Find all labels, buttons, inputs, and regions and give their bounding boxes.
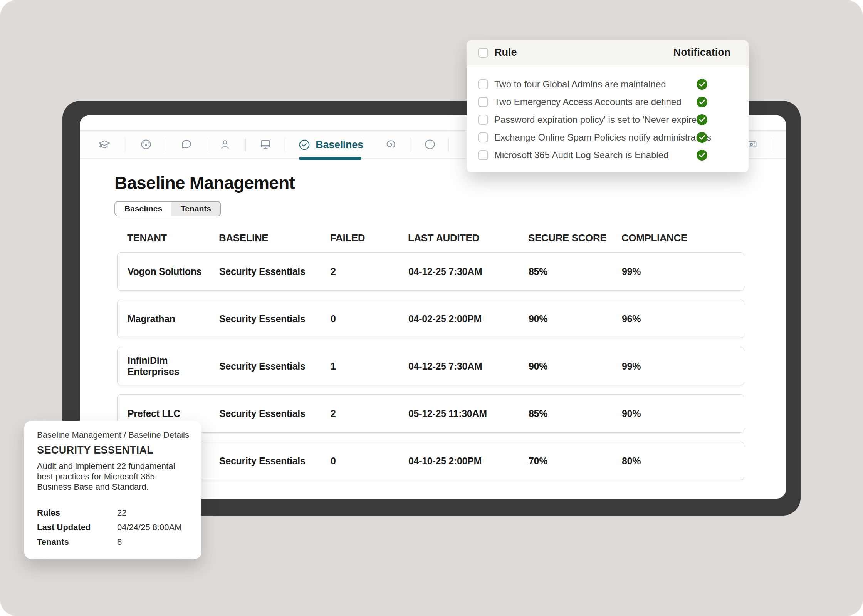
cell-tenant: InfiniDim Enterprises	[128, 355, 219, 377]
nav-separator	[361, 138, 361, 152]
nav-item-academy[interactable]	[96, 136, 113, 153]
rule-row: Microsoft 365 Audit Log Search is Enable…	[467, 146, 749, 164]
cell-failed: 0	[331, 455, 408, 467]
check-icon	[699, 100, 705, 104]
notification-cell	[665, 97, 739, 107]
nav-item-alerts[interactable]	[421, 136, 438, 153]
rule-column-label: Rule	[494, 47, 517, 59]
cell-last-audited: 04-12-25 7:30AM	[408, 266, 529, 277]
breadcrumb[interactable]: Baseline Management / Baseline Details	[37, 430, 189, 440]
cell-compliance: 80%	[622, 455, 744, 467]
col-tenant: TENANT	[127, 232, 219, 244]
cell-baseline: Security Essentials	[219, 361, 331, 372]
check-icon	[699, 135, 705, 140]
notification-enabled-badge[interactable]	[697, 150, 707, 161]
cell-tenant: Magrathan	[128, 313, 219, 325]
badge-check-icon	[298, 138, 311, 151]
nav-separator	[771, 138, 771, 152]
rule-checkbox[interactable]	[478, 115, 488, 125]
view-toggle-tenants[interactable]: Tenants	[171, 202, 220, 216]
nav-separator	[207, 138, 207, 152]
tab-baselines[interactable]: Baselines	[298, 131, 363, 159]
cell-failed: 2	[331, 408, 408, 419]
nav-separator	[245, 138, 246, 152]
tab-baselines-label: Baselines	[316, 139, 363, 151]
nav-item-messages[interactable]	[178, 136, 195, 153]
baseline-details-card: Baseline Management / Baseline Details S…	[24, 421, 201, 559]
table-row[interactable]: Magrathan Security Essentials 0 04-02-25…	[117, 300, 744, 338]
rule-label: Microsoft 365 Audit Log Search is Enable…	[494, 150, 668, 161]
nav-separator	[410, 138, 410, 152]
table-row[interactable]: Vogon Solutions Security Essentials 2 04…	[117, 252, 744, 291]
cell-secure-score: 85%	[529, 408, 622, 419]
table-row[interactable]: Prefect LLC Security Essentials 2 05-12-…	[117, 394, 744, 433]
cell-last-audited: 04-10-25 2:00PM	[408, 455, 529, 467]
rule-label: Two Emergency Access Accounts are define…	[494, 97, 682, 107]
user-icon	[219, 138, 231, 151]
table-row[interactable]: InfiniDim Enterprises Security Essential…	[117, 347, 744, 385]
field-value: 04/24/25 8:00AM	[117, 522, 182, 532]
baseline-details-title: SECURITY ESSENTIAL	[37, 444, 153, 456]
notification-cell	[665, 79, 739, 90]
cell-compliance: 99%	[622, 266, 744, 277]
nav-item-dashboard[interactable]	[138, 136, 154, 153]
notification-cell	[665, 150, 739, 161]
nav-item-goals[interactable]	[382, 136, 399, 153]
baseline-description: Audit and implement 22 fundamental best …	[37, 461, 190, 492]
rule-checkbox[interactable]	[478, 79, 488, 89]
notification-column-label: Notification	[665, 47, 739, 59]
notification-enabled-badge[interactable]	[697, 97, 707, 107]
cell-baseline: Security Essentials	[219, 455, 331, 467]
notification-enabled-badge[interactable]	[697, 79, 707, 90]
cell-failed: 0	[331, 313, 408, 325]
cell-baseline: Security Essentials	[219, 313, 331, 325]
col-secure-score: SECURE SCORE	[528, 232, 621, 244]
cell-compliance: 99%	[622, 361, 744, 372]
cell-tenant: Vogon Solutions	[128, 266, 219, 277]
gauge-icon	[140, 138, 152, 151]
col-last-audited: LAST AUDITED	[408, 232, 528, 244]
notification-cell	[665, 114, 739, 125]
col-failed: FAILED	[330, 232, 408, 244]
view-toggle-baselines[interactable]: Baselines	[115, 202, 171, 216]
nav-item-devices[interactable]	[257, 136, 274, 153]
rule-checkbox[interactable]	[478, 97, 488, 107]
cell-last-audited: 05-12-25 11:30AM	[408, 408, 529, 419]
rule-row: Exchange Online Spam Policies notify adm…	[467, 129, 749, 146]
cell-failed: 1	[331, 361, 408, 372]
nav-item-users[interactable]	[217, 136, 233, 153]
table-header: TENANT BASELINE FAILED LAST AUDITED SECU…	[117, 231, 744, 245]
select-all-checkbox[interactable]	[478, 48, 488, 58]
table-row[interactable]: Security Essentials 0 04-10-25 2:00PM 70…	[117, 442, 744, 480]
rule-checkbox[interactable]	[478, 150, 488, 160]
nav-separator	[166, 138, 166, 152]
graduation-cap-icon	[98, 138, 111, 151]
field-row: Tenants 8	[37, 535, 189, 549]
notification-enabled-badge[interactable]	[697, 132, 707, 143]
cell-compliance: 90%	[622, 408, 744, 419]
page-background: Baselines	[0, 0, 863, 616]
nav-separator	[285, 138, 285, 152]
cell-compliance: 96%	[622, 313, 744, 325]
rule-label: Two to four Global Admins are maintained	[494, 79, 666, 90]
alert-circle-icon	[424, 138, 436, 151]
check-icon	[699, 117, 705, 122]
rule-row: Two to four Global Admins are maintained	[467, 75, 749, 93]
check-icon	[699, 82, 705, 87]
baseline-fields: Rules 22 Last Updated 04/24/25 8:00AM Te…	[37, 506, 189, 549]
notification-enabled-badge[interactable]	[697, 114, 707, 125]
cell-secure-score: 90%	[529, 361, 622, 372]
field-value: 8	[117, 537, 122, 547]
col-baseline: BASELINE	[219, 232, 330, 244]
cell-secure-score: 85%	[529, 266, 622, 277]
cell-last-audited: 04-12-25 7:30AM	[408, 361, 529, 372]
cell-secure-score: 70%	[529, 455, 622, 467]
view-toggle: Baselines Tenants	[114, 201, 221, 216]
nav-separator	[448, 138, 449, 152]
rule-checkbox[interactable]	[478, 132, 488, 142]
monitor-icon	[259, 138, 272, 151]
chat-bubble-icon	[180, 138, 193, 151]
nav-separator	[125, 138, 125, 152]
rule-card-header: Rule Notification	[467, 40, 749, 65]
field-label: Rules	[37, 508, 117, 518]
